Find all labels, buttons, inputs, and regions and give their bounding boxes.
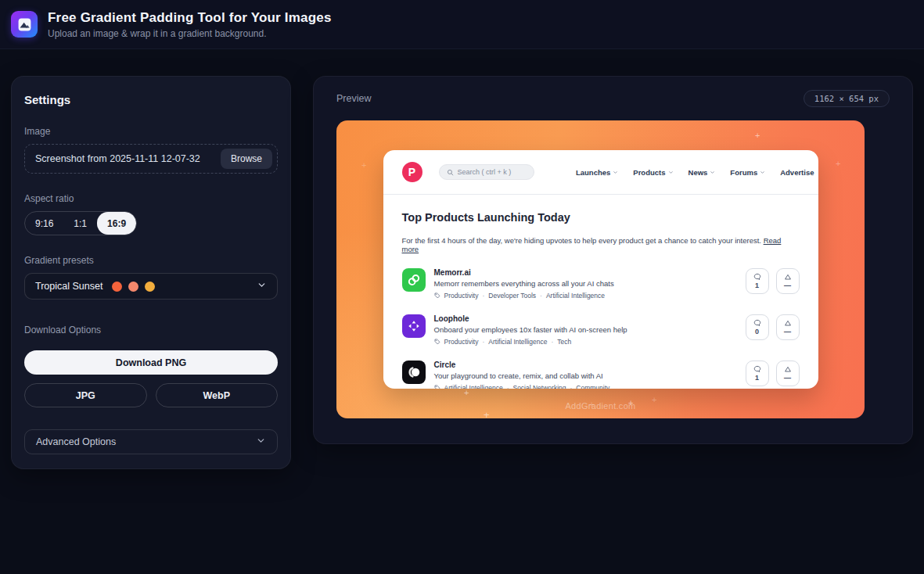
circle-app-icon xyxy=(402,361,426,384)
gradient-preset-selected: Tropical Sunset xyxy=(35,281,102,292)
product-tagline: Your playground to create, remix, and co… xyxy=(434,371,610,380)
download-png-button[interactable]: Download PNG xyxy=(24,350,278,375)
advanced-options-toggle[interactable]: Advanced Options xyxy=(24,429,278,454)
aspect-option-1-1[interactable]: 1:1 xyxy=(63,212,97,235)
upvote-button: — xyxy=(776,268,800,294)
nav-launches: Launches xyxy=(576,168,618,177)
chevron-down-icon xyxy=(257,279,267,293)
product-hunt-logo: P xyxy=(402,162,422,182)
search-placeholder: Search ( ctrl + k ) xyxy=(458,168,512,176)
chevron-down-icon xyxy=(710,170,715,175)
memorr-app-icon xyxy=(402,268,426,292)
nav-news: News xyxy=(689,168,716,177)
sparkle-icon: + xyxy=(361,161,366,170)
product-categories: Productivity Developer Tools Artificial … xyxy=(434,292,614,300)
download-webp-button[interactable]: WebP xyxy=(156,383,279,407)
sparkle-icon: + xyxy=(755,131,760,140)
screenshot-heading: Top Products Launching Today xyxy=(402,211,800,224)
comment-bubble-icon xyxy=(753,365,761,373)
product-list: Memorr.ai Memorr remembers everything ac… xyxy=(402,268,800,389)
chevron-down-icon xyxy=(256,436,266,448)
product-actions: 1 — xyxy=(746,361,800,386)
product-categories: Artificial Intelligence Social Networkin… xyxy=(434,384,610,389)
nav-forums: Forums xyxy=(730,168,765,177)
product-info: Circle Your playground to create, remix,… xyxy=(434,361,610,389)
product-row: Memorr.ai Memorr remembers everything ac… xyxy=(402,268,800,300)
format-buttons-row: JPG WebP xyxy=(24,383,278,407)
gradient-dot-1 xyxy=(112,282,122,292)
upvote-triangle-icon xyxy=(784,274,792,281)
aspect-option-16-9[interactable]: 16:9 xyxy=(97,212,136,235)
product-name: Circle xyxy=(434,361,610,369)
app-logo-image-icon xyxy=(11,11,38,38)
tag-icon xyxy=(434,385,440,389)
advanced-options-label: Advanced Options xyxy=(36,436,116,447)
aspect-option-9-16[interactable]: 9:16 xyxy=(25,212,63,235)
aspect-ratio-label: Aspect ratio xyxy=(24,193,278,204)
sparkle-icon: + xyxy=(836,160,840,168)
aspect-ratio-segmented-control: 9:16 1:1 16:9 xyxy=(24,211,137,235)
product-info: Loophole Onboard your employees 10x fast… xyxy=(434,314,627,346)
app-header: Free Gradient Padding Tool for Your Imag… xyxy=(0,0,924,49)
settings-title: Settings xyxy=(24,93,278,106)
browse-button[interactable]: Browse xyxy=(221,149,272,169)
file-name: Screenshot from 2025-11-11 12-07-32 xyxy=(35,153,200,164)
upvote-button: — xyxy=(776,314,800,340)
comment-button: 1 xyxy=(746,361,769,386)
upvote-triangle-icon xyxy=(784,366,792,373)
chevron-down-icon xyxy=(760,170,765,175)
product-row: Circle Your playground to create, remix,… xyxy=(402,361,800,389)
image-label: Image xyxy=(24,126,278,137)
tag-icon xyxy=(434,339,440,345)
main-content: Settings Image Screenshot from 2025-11-1… xyxy=(0,49,924,469)
comment-bubble-icon xyxy=(753,319,761,327)
upvote-button: — xyxy=(776,361,800,386)
chevron-down-icon xyxy=(613,170,618,175)
gradient-dot-2 xyxy=(128,282,138,292)
app-header-text: Free Gradient Padding Tool for Your Imag… xyxy=(48,10,332,39)
product-name: Memorr.ai xyxy=(434,268,614,277)
file-upload-box[interactable]: Screenshot from 2025-11-11 12-07-32 Brow… xyxy=(24,144,278,174)
download-jpg-button[interactable]: JPG xyxy=(24,383,147,407)
screenshot-search-bar: Search ( ctrl + k ) xyxy=(439,164,534,180)
loophole-app-icon xyxy=(402,314,426,338)
product-tagline: Memorr remembers everything across all y… xyxy=(434,279,614,288)
product-name: Loophole xyxy=(434,314,627,323)
preview-panel: Preview 1162 × 654 px + + + + + + + + P xyxy=(313,76,913,444)
product-info: Memorr.ai Memorr remembers everything ac… xyxy=(434,268,614,300)
settings-panel: Settings Image Screenshot from 2025-11-1… xyxy=(11,76,291,469)
comment-button: 0 xyxy=(746,314,769,340)
screenshot-notice: For the first 4 hours of the day, we're … xyxy=(402,236,800,253)
comment-bubble-icon xyxy=(753,273,761,281)
gradient-presets-label: Gradient presets xyxy=(24,255,278,266)
screenshot-navbar: P Search ( ctrl + k ) Launches xyxy=(383,150,818,195)
product-row: Loophole Onboard your employees 10x fast… xyxy=(402,314,800,346)
product-tagline: Onboard your employees 10x faster with A… xyxy=(434,325,627,334)
nav-products: Products xyxy=(633,168,673,177)
dimensions-badge: 1162 × 654 px xyxy=(804,90,890,107)
uploaded-screenshot-preview: P Search ( ctrl + k ) Launches xyxy=(383,150,818,389)
screenshot-body: Top Products Launching Today For the fir… xyxy=(383,211,818,389)
product-actions: 0 — xyxy=(746,314,800,340)
chevron-down-icon xyxy=(668,170,674,175)
search-icon xyxy=(447,169,454,176)
product-categories: Productivity Artificial Intelligence Tec… xyxy=(434,338,627,346)
gradient-preset-dropdown[interactable]: Tropical Sunset xyxy=(24,273,278,300)
screenshot-nav-links: Launches Products News Forums xyxy=(576,168,817,177)
comment-button: 1 xyxy=(746,268,769,294)
sparkle-icon: + xyxy=(464,389,469,397)
tag-icon xyxy=(434,292,440,299)
preview-header: Preview 1162 × 654 px xyxy=(336,90,890,107)
page-title: Free Gradient Padding Tool for Your Imag… xyxy=(48,10,332,26)
page-subtitle: Upload an image & wrap it in a gradient … xyxy=(48,28,332,39)
sparkle-icon: + xyxy=(484,410,490,418)
product-actions: 1 — xyxy=(746,268,800,294)
upvote-triangle-icon xyxy=(784,320,792,327)
nav-advertise: Advertise xyxy=(780,168,814,177)
watermark: AddGradient.com xyxy=(336,401,865,411)
preview-label: Preview xyxy=(336,93,371,104)
gradient-dot-3 xyxy=(145,282,155,292)
download-options-label: Download Options xyxy=(24,325,278,335)
gradient-preview-canvas: + + + + + + + + P Search ( ctrl + k ) xyxy=(336,120,865,418)
